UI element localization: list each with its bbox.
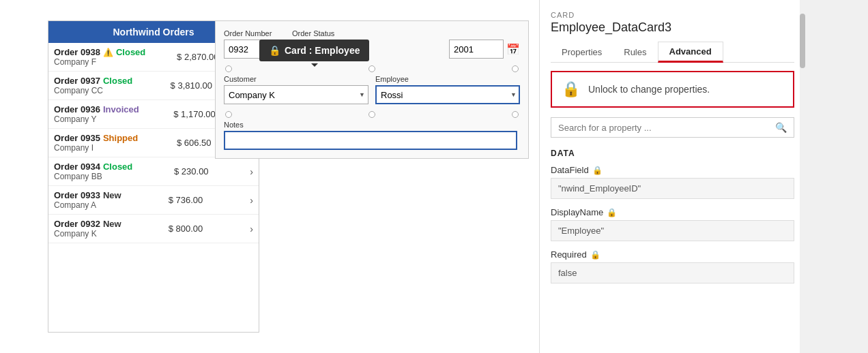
order-list-item[interactable]: Order 0934 Closed Company BB $ 230.00 › (48, 157, 259, 186)
left-panel: Northwind Orders Order 0938 ⚠️ Closed Co… (0, 0, 539, 353)
property-group: DisplayName 🔒 "Employee" (551, 207, 794, 241)
order-number: Order 0935 Shipped (54, 133, 138, 143)
order-number: Order 0936 Invoiced (54, 104, 139, 114)
tooltip-text: Card : Employee (285, 45, 360, 56)
customer-group: Customer Company K (224, 75, 368, 104)
card-section-label: CARD (551, 11, 794, 19)
order-status: New (103, 190, 121, 200)
order-date-input[interactable] (449, 40, 504, 59)
panel-title: Employee_DataCard3 (551, 20, 794, 35)
employee-select[interactable]: Rossi (375, 85, 520, 104)
lock-icon-banner: 🔒 (562, 80, 580, 98)
unlock-banner: 🔒 Unlock to change properties. (551, 71, 794, 108)
order-right: $ 736.00 (169, 195, 203, 205)
order-amount: $ 736.00 (169, 195, 203, 205)
order-amount: $ 230.00 (174, 166, 209, 176)
employee-select-wrapper: Rossi (375, 85, 520, 104)
property-lock-icon: 🔒 (590, 250, 601, 260)
drag-handle (368, 65, 375, 72)
notes-group: Notes (224, 121, 520, 150)
drag-handle (225, 65, 232, 72)
search-input[interactable] (558, 123, 775, 133)
lock-icon: 🔒 (269, 45, 280, 56)
customer-select-wrapper: Company K (224, 85, 368, 104)
order-status: New (103, 219, 121, 229)
employee-group: Employee Rossi (375, 75, 520, 104)
card-tooltip: 🔒 Card : Employee (259, 40, 369, 61)
order-info: Order 0934 Closed Company BB (54, 162, 132, 181)
drag-handle (512, 65, 519, 72)
order-company: Company BB (54, 172, 132, 181)
order-company: Company CC (54, 86, 132, 95)
property-group: DataField 🔒 "nwind_EmployeeID" (551, 165, 794, 199)
property-value: "nwind_EmployeeID" (551, 178, 794, 199)
search-box[interactable]: 🔍 (551, 117, 794, 138)
order-info: Order 0937 Closed Company CC (54, 76, 132, 95)
order-amount: $ 2,870.00 (177, 52, 218, 62)
order-company: Company K (54, 229, 121, 239)
chevron-icon[interactable]: › (250, 166, 253, 177)
order-company: Company A (54, 200, 121, 210)
order-number: Order 0933 New (54, 190, 121, 200)
property-lock-icon: 🔒 (607, 208, 617, 217)
tab-rules[interactable]: Rules (613, 42, 657, 62)
data-section-label: DATA (551, 149, 794, 158)
order-status: Closed (103, 76, 132, 86)
notes-input[interactable] (224, 131, 517, 150)
chevron-icon[interactable]: › (250, 224, 253, 234)
tab-properties[interactable]: Properties (551, 42, 613, 62)
tabs-container: Properties Rules Advanced (551, 42, 794, 63)
property-value: "Employee" (551, 220, 794, 241)
property-label: DataField 🔒 (551, 165, 794, 175)
order-right: $ 2,870.00 (177, 52, 218, 62)
order-info: Order 0936 Invoiced Company Y (54, 104, 139, 124)
property-label: DisplayName 🔒 (551, 207, 794, 217)
order-right: $ 230.00 (174, 166, 209, 176)
order-company: Company Y (54, 114, 139, 124)
order-status-label: Order Status (292, 29, 360, 37)
property-label: Required 🔒 (551, 249, 794, 260)
order-status: Shipped (103, 133, 138, 143)
order-amount: $ 800.00 (169, 224, 203, 234)
right-panel: CARD Employee_DataCard3 Properties Rules… (539, 0, 805, 353)
order-number: Order 0938 ⚠️ Closed (54, 47, 145, 57)
chevron-icon[interactable]: › (250, 195, 253, 206)
drag-handle (368, 111, 375, 118)
order-amount: $ 3,810.00 (171, 80, 212, 91)
warning-icon: ⚠️ (103, 48, 113, 57)
unlock-text: Unlock to change properties. (588, 84, 710, 95)
order-company: Company I (54, 143, 138, 153)
customer-label: Customer (224, 75, 368, 83)
order-number: Order 0934 Closed (54, 162, 132, 172)
order-list-item[interactable]: Order 0932 New Company K $ 800.00 › (48, 215, 259, 243)
order-info: Order 0932 New Company K (54, 219, 121, 239)
scrollbar-thumb (800, 14, 805, 68)
order-right: $ 800.00 (169, 224, 203, 234)
order-list-item[interactable]: Order 0933 New Company A $ 736.00 › (48, 186, 259, 215)
order-status: Closed (116, 47, 145, 57)
order-right: $ 3,810.00 (171, 80, 212, 91)
order-amount: $ 1,170.00 (173, 109, 215, 119)
search-icon: 🔍 (775, 122, 787, 133)
property-group: Required 🔒 false (551, 249, 794, 283)
notes-label: Notes (224, 121, 520, 129)
order-date-label (449, 29, 520, 37)
order-status: Invoiced (103, 104, 139, 114)
order-number: Order 0937 Closed (54, 76, 132, 86)
drag-handle (225, 111, 232, 118)
order-right: $ 606.50 (177, 138, 212, 148)
property-value: false (551, 262, 794, 283)
order-status: Closed (103, 162, 132, 172)
order-info: Order 0938 ⚠️ Closed Company F (54, 47, 145, 67)
tab-advanced[interactable]: Advanced (658, 42, 723, 63)
order-amount: $ 606.50 (177, 138, 212, 148)
scrollbar[interactable] (800, 0, 805, 353)
order-number-label: Order Number (224, 29, 285, 37)
customer-select[interactable]: Company K (224, 85, 368, 104)
property-lock-icon: 🔒 (592, 166, 603, 175)
employee-label: Employee (375, 75, 520, 83)
calendar-icon[interactable]: 📅 (506, 43, 520, 56)
order-date-group: 📅 (449, 29, 520, 59)
order-number: Order 0932 New (54, 219, 121, 229)
drag-handle (512, 111, 519, 118)
